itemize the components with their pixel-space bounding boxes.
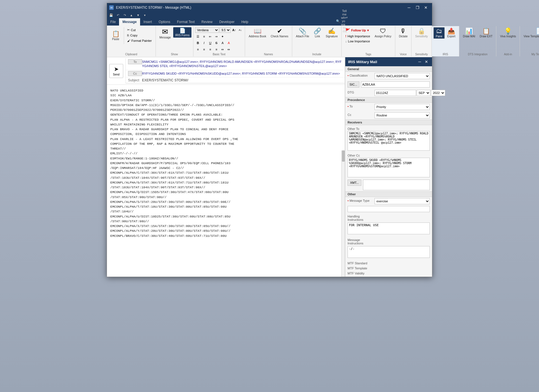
classification-select[interactable]: NATO UNCLASSIFIED — [374, 73, 430, 79]
iris-export-button[interactable]: 📤 Export — [445, 27, 457, 39]
sic-button[interactable]: SIC... — [348, 81, 359, 88]
send-button[interactable]: ➤ Send — [109, 64, 123, 78]
attach-file-button[interactable]: 📎 Attach File — [294, 27, 311, 39]
other-cc-textarea[interactable] — [348, 158, 430, 177]
tab-format-text[interactable]: Format Text — [173, 18, 198, 26]
precedence-cc-select[interactable]: Routine — [374, 112, 430, 118]
message-type-extra-input[interactable] — [348, 206, 430, 212]
copy-button[interactable]: ⎘ Copy — [125, 33, 154, 38]
outlook-window: ✉ EXER/SYSTEMATIC STORM// - Message (HTM… — [107, 3, 432, 277]
link-button[interactable]: 🔗 Link — [312, 27, 323, 39]
message-icon: ✉ — [162, 28, 168, 35]
handling-instructions-textarea[interactable] — [348, 223, 430, 234]
font-family-select[interactable]: Verdana — [195, 27, 219, 33]
scrollbar[interactable] — [341, 150, 345, 277]
sic-input[interactable] — [361, 81, 430, 88]
underline-button[interactable]: U — [207, 40, 213, 46]
justify-button[interactable]: ≡ — [214, 47, 219, 52]
view-templates-button[interactable]: 📝 View Templates Templates — [522, 27, 539, 39]
ltr-button[interactable]: ⇔ — [226, 47, 232, 52]
scroll-thumb[interactable] — [342, 150, 345, 162]
decrease-indent-button[interactable]: ⇐ — [207, 34, 213, 39]
cc-button[interactable]: Cc — [128, 71, 142, 76]
tab-options[interactable]: Options — [155, 18, 173, 26]
viva-insights-button[interactable]: 💡 Viva Insights — [498, 27, 518, 39]
numbering-button[interactable]: ≡ — [201, 34, 207, 39]
font-grow-button[interactable]: A↑ — [231, 27, 237, 33]
align-center-button[interactable]: ≡ — [201, 47, 207, 52]
tab-message[interactable]: Message — [119, 18, 140, 26]
strikethrough-button[interactable]: S — [214, 40, 219, 46]
attach-icon: 📎 — [299, 28, 306, 34]
tab-developer[interactable]: Developer — [216, 18, 238, 26]
dtg-month-select[interactable]: SEP — [417, 90, 430, 96]
other-to-section: Other To — [345, 125, 432, 152]
font-color-button[interactable]: A — [226, 40, 232, 46]
sensitivity-button[interactable]: 🔒 Sensitivity — [413, 27, 430, 39]
tab-insert[interactable]: Insert — [140, 18, 155, 26]
cut-button[interactable]: ✂ Cut — [125, 27, 154, 33]
tab-help[interactable]: Help — [238, 18, 252, 26]
align-right-button[interactable]: ≡ — [207, 47, 213, 52]
send-btn-area: ➤ Send — [107, 58, 126, 83]
dtg-input[interactable] — [374, 90, 416, 96]
paste-button[interactable]: 📋 Paste — [109, 27, 123, 44]
precedence-to-label: To — [348, 104, 373, 108]
align-left-button[interactable]: ≡ — [195, 47, 201, 52]
undo-qat-button[interactable]: ↶ — [115, 12, 121, 18]
follow-up-button[interactable]: 🚩 Follow Up ▾ — [343, 27, 372, 33]
italic-button[interactable]: I — [201, 40, 207, 46]
send-arrow-icon: ➤ — [114, 66, 119, 72]
xmt-button[interactable]: XMT... — [348, 180, 361, 186]
add-in-group-content: 💡 Viva Insights — [498, 27, 518, 52]
iris-forms-button[interactable]: 📄 IRIS Forms — [173, 27, 191, 38]
titlebar-controls: ─ ❐ ✕ — [405, 5, 430, 10]
format-painter-button[interactable]: 🖌 Format Painter — [125, 38, 154, 43]
dictate-button[interactable]: 🎙 Dictate — [397, 27, 410, 39]
voice-group: 🎙 Dictate Voice — [395, 26, 412, 56]
save-qat-button[interactable]: 💾 — [108, 12, 114, 18]
increase-indent-button[interactable]: ⇒ — [214, 34, 219, 39]
iris-panel-close-button[interactable]: ✕ — [424, 59, 429, 65]
iris-panel-minimize-button[interactable]: ─ — [417, 59, 422, 65]
minimize-button[interactable]: ─ — [405, 5, 413, 10]
to-button[interactable]: To — [128, 59, 142, 64]
draw-ext-button[interactable]: 📋 Draw EXT — [478, 27, 495, 39]
font-size-select[interactable]: 9.5 — [220, 27, 231, 33]
signature-button[interactable]: ✍ Signature — [324, 27, 340, 39]
high-importance-button[interactable]: ! High Importance — [343, 34, 372, 38]
xmt-textarea[interactable] — [363, 180, 430, 190]
tab-review[interactable]: Review — [198, 18, 216, 26]
mtf-template-label: MTF Template — [348, 267, 373, 270]
search-ribbon-button[interactable]: 🔍 Tell me what you want to do — [339, 18, 345, 24]
more-qat-button[interactable]: ▾ — [142, 12, 148, 18]
other-to-textarea[interactable] — [348, 131, 430, 151]
redo-qat-button[interactable]: ↷ — [122, 12, 128, 18]
check-names-button[interactable]: ✔ Check Names — [269, 27, 290, 39]
restore-button[interactable]: ❐ — [414, 5, 421, 10]
draw-mai-button[interactable]: 📊 Draw MAI — [461, 27, 477, 39]
highlight-button[interactable]: A — [220, 40, 225, 46]
bold-button[interactable]: B — [195, 40, 201, 46]
font-shrink-button[interactable]: A↓ — [237, 27, 243, 33]
message-view-button[interactable]: ✉ Message — [157, 27, 173, 40]
close-button[interactable]: ✕ — [422, 5, 430, 10]
precedence-to-select[interactable]: Priority — [374, 104, 430, 110]
message-instructions-label: Message Instructions — [348, 237, 373, 245]
message-instructions-textarea[interactable] — [348, 246, 430, 258]
iris-pane-button[interactable]: 🗂 Pane — [433, 27, 445, 39]
clear-format-button[interactable]: ✦ — [220, 34, 225, 39]
tab-file[interactable]: File — [107, 18, 119, 26]
down-qat-button[interactable]: ▼ — [135, 12, 141, 18]
up-qat-button[interactable]: ▲ — [128, 12, 134, 18]
bullets-button[interactable]: ☰ — [195, 34, 201, 39]
assign-policy-button[interactable]: 🛡 Assign Policy — [373, 27, 393, 39]
address-book-button[interactable]: 📖 Address Book — [247, 27, 268, 39]
dtg-year-select[interactable]: 2022 — [431, 90, 445, 96]
message-type-select[interactable]: exercise — [374, 198, 430, 204]
low-importance-button[interactable]: ↓ Low Importance — [343, 39, 372, 43]
main-content: ➤ Send To SNMCMG1 <SNMCMG1@acp127.imm>; … — [107, 57, 432, 277]
email-body[interactable]: NATO UNCLASSIFIED SIC AZB/LAA EXER/SYSTE… — [107, 85, 345, 277]
basic-text-content: Verdana 9.5 A↑ A↓ ☰ ≡ ⇐ ⇒ — [195, 27, 243, 52]
rtl-button[interactable]: ⇔ — [220, 47, 225, 52]
